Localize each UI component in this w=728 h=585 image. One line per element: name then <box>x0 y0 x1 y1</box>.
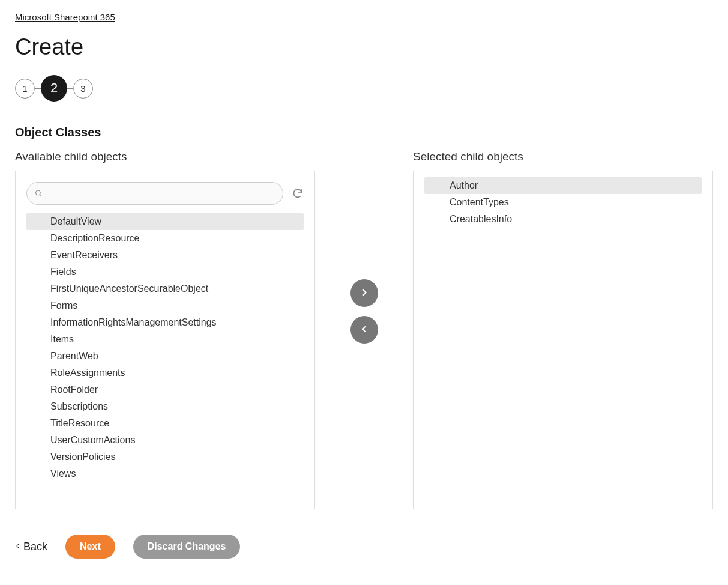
refresh-button[interactable] <box>292 187 304 199</box>
selected-column: Selected child objects AuthorContentType… <box>413 150 713 509</box>
svg-line-1 <box>40 195 41 196</box>
available-header: Available child objects <box>15 150 315 163</box>
search-input[interactable] <box>26 182 283 205</box>
available-list: DefaultViewDescriptionResourceEventRecei… <box>26 213 304 482</box>
move-left-button[interactable] <box>350 316 378 344</box>
chevron-left-icon <box>359 324 369 336</box>
back-button[interactable]: Back <box>15 541 47 553</box>
list-item[interactable]: Fields <box>26 264 304 280</box>
list-item[interactable]: InformationRightsManagementSettings <box>26 314 304 331</box>
list-item[interactable]: TitleResource <box>26 415 304 432</box>
footer-actions: Back Next Discard Changes <box>15 535 713 559</box>
list-item[interactable]: VersionPolicies <box>26 449 304 465</box>
search-icon <box>35 190 43 198</box>
available-column: Available child objects <box>15 150 315 509</box>
list-item[interactable]: Items <box>26 331 304 348</box>
step-2[interactable]: 2 <box>41 75 67 102</box>
chevron-left-icon <box>15 541 21 553</box>
dual-list-container: Available child objects <box>15 150 713 509</box>
list-item[interactable]: Subscriptions <box>26 398 304 415</box>
breadcrumb-link[interactable]: Microsoft Sharepoint 365 <box>15 12 115 22</box>
chevron-right-icon <box>359 288 369 299</box>
list-item[interactable]: EventReceivers <box>26 247 304 264</box>
back-label: Back <box>23 541 47 553</box>
step-connector <box>35 88 41 89</box>
svg-point-0 <box>36 190 41 195</box>
list-item[interactable]: ParentWeb <box>26 348 304 365</box>
list-item[interactable]: CreatablesInfo <box>424 211 702 228</box>
list-item[interactable]: Forms <box>26 297 304 314</box>
search-row <box>26 182 304 205</box>
step-3[interactable]: 3 <box>73 79 93 99</box>
list-item[interactable]: FirstUniqueAncestorSecurableObject <box>26 280 304 297</box>
section-title: Object Classes <box>15 126 713 139</box>
transfer-controls <box>315 150 413 344</box>
move-right-button[interactable] <box>350 279 378 307</box>
selected-header: Selected child objects <box>413 150 713 163</box>
discard-button[interactable]: Discard Changes <box>133 535 241 559</box>
step-1[interactable]: 1 <box>15 79 35 99</box>
list-item[interactable]: DefaultView <box>26 213 304 230</box>
page-title: Create <box>15 34 713 60</box>
step-connector <box>67 88 73 89</box>
selected-panel: AuthorContentTypesCreatablesInfo <box>413 171 713 509</box>
next-button[interactable]: Next <box>65 535 115 559</box>
list-item[interactable]: DescriptionResource <box>26 230 304 247</box>
available-panel: DefaultViewDescriptionResourceEventRecei… <box>15 171 315 509</box>
list-item[interactable]: RootFolder <box>26 381 304 398</box>
stepper: 1 2 3 <box>15 75 713 102</box>
list-item[interactable]: RoleAssignments <box>26 365 304 381</box>
list-item[interactable]: ContentTypes <box>424 194 702 211</box>
search-wrapper <box>26 182 283 205</box>
list-item[interactable]: UserCustomActions <box>26 432 304 449</box>
selected-list: AuthorContentTypesCreatablesInfo <box>424 177 702 228</box>
list-item[interactable]: Author <box>424 177 702 194</box>
list-item[interactable]: Views <box>26 465 304 482</box>
